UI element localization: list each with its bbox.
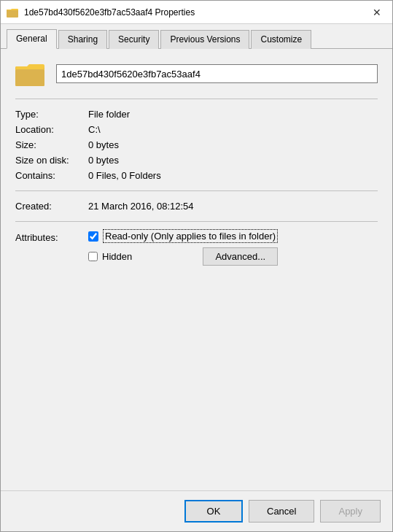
created-label: Created:	[15, 198, 88, 214]
tab-general[interactable]: General	[7, 29, 57, 49]
divider-2	[15, 190, 378, 191]
tab-customize[interactable]: Customize	[251, 30, 311, 49]
tab-security[interactable]: Security	[109, 30, 159, 49]
size-label: Size:	[15, 137, 88, 153]
table-row: Size: 0 bytes	[15, 137, 378, 153]
svg-rect-0	[7, 9, 18, 18]
created-row: Created: 21 March 2016, 08:12:54	[15, 198, 378, 214]
tab-bar: General Sharing Security Previous Versio…	[1, 24, 392, 49]
table-row: Location: C:\	[15, 122, 378, 137]
hidden-left: Hidden	[88, 251, 132, 262]
divider-3	[15, 221, 378, 222]
properties-window: 1de57bd430f5620e3fb7ac53aaf4 Properties …	[0, 0, 393, 532]
table-row: Contains: 0 Files, 0 Folders	[15, 168, 378, 183]
advanced-button[interactable]: Advanced...	[203, 247, 278, 266]
apply-button[interactable]: Apply	[320, 500, 381, 523]
folder-header	[15, 61, 378, 87]
readonly-checkbox[interactable]	[88, 231, 98, 242]
hidden-checkbox[interactable]	[88, 252, 98, 261]
tab-sharing[interactable]: Sharing	[58, 30, 107, 49]
folder-name-input[interactable]	[56, 64, 378, 83]
size-on-disk-label: Size on disk:	[15, 153, 88, 168]
divider-1	[15, 99, 378, 99]
title-folder-icon	[7, 7, 18, 18]
size-value: 0 bytes	[88, 137, 378, 153]
table-row: Size on disk: 0 bytes	[15, 153, 378, 168]
cancel-button[interactable]: Cancel	[249, 500, 314, 523]
footer: OK Cancel Apply	[1, 490, 392, 531]
readonly-row: Read-only (Only applies to files in fold…	[88, 229, 278, 243]
attributes-content: Read-only (Only applies to files in fold…	[88, 229, 278, 266]
type-value: File folder	[88, 107, 378, 122]
type-label: Type:	[15, 107, 88, 122]
created-table: Created: 21 March 2016, 08:12:54	[15, 198, 378, 214]
table-row: Type: File folder	[15, 107, 378, 122]
folder-icon	[15, 61, 44, 87]
info-table: Type: File folder Location: C:\ Size: 0 …	[15, 107, 378, 183]
title-bar-left: 1de57bd430f5620e3fb7ac53aaf4 Properties	[7, 7, 195, 18]
location-value: C:\	[88, 122, 378, 137]
size-on-disk-value: 0 bytes	[88, 153, 378, 168]
close-button[interactable]: ✕	[367, 3, 386, 22]
ok-button[interactable]: OK	[184, 500, 243, 523]
location-label: Location:	[15, 122, 88, 137]
window-title: 1de57bd430f5620e3fb7ac53aaf4 Properties	[24, 7, 195, 18]
readonly-label[interactable]: Read-only (Only applies to files in fold…	[103, 229, 278, 243]
hidden-label[interactable]: Hidden	[102, 251, 132, 262]
hidden-row: Hidden Advanced...	[88, 247, 278, 266]
contains-value: 0 Files, 0 Folders	[88, 168, 378, 183]
contains-label: Contains:	[15, 168, 88, 183]
svg-rect-3	[15, 69, 44, 86]
tab-previous-versions[interactable]: Previous Versions	[160, 30, 249, 49]
created-value: 21 March 2016, 08:12:54	[88, 198, 378, 214]
title-bar: 1de57bd430f5620e3fb7ac53aaf4 Properties …	[1, 1, 392, 24]
attributes-label: Attributes:	[15, 229, 88, 243]
attributes-row: Attributes: Read-only (Only applies to f…	[15, 229, 378, 266]
tab-content: Type: File folder Location: C:\ Size: 0 …	[1, 49, 392, 490]
